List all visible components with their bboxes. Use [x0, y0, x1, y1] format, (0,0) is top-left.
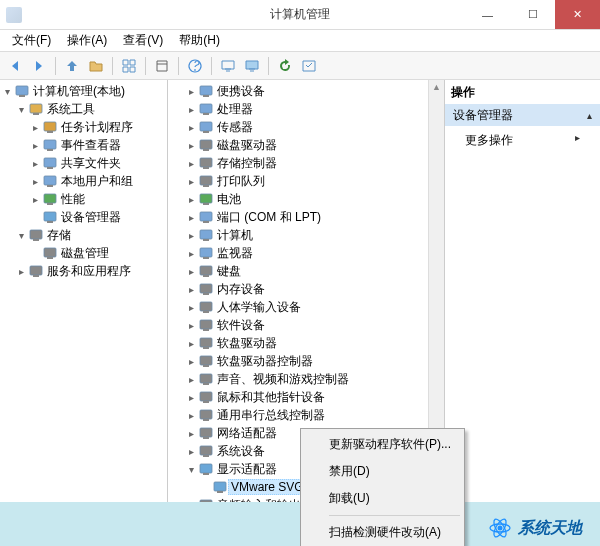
menu-action[interactable]: 操作(A) — [59, 30, 115, 51]
floppyctl-icon — [198, 353, 214, 369]
device-category[interactable]: ▸电池 — [186, 190, 444, 208]
tree-group-label: 存储 — [47, 227, 71, 244]
svg-rect-33 — [203, 185, 209, 187]
svg-rect-26 — [200, 122, 212, 131]
properties-button[interactable] — [151, 55, 173, 77]
svg-rect-5 — [47, 131, 53, 133]
tree-item[interactable]: ▸共享文件夹 — [30, 154, 167, 172]
tree-item-label: 事件查看器 — [61, 137, 121, 154]
svg-rect-36 — [200, 212, 212, 221]
device-category[interactable]: ▸人体学输入设备 — [186, 298, 444, 316]
maximize-button[interactable]: ☐ — [510, 0, 555, 29]
context-menu-item[interactable]: 卸载(U) — [303, 485, 462, 512]
device-category[interactable]: ▸键盘 — [186, 262, 444, 280]
device-category[interactable]: ▸传感器 — [186, 118, 444, 136]
minimize-button[interactable]: — — [465, 0, 510, 29]
device-category[interactable]: ▸内存设备 — [186, 280, 444, 298]
menu-help[interactable]: 帮助(H) — [171, 30, 228, 51]
view-devices-button[interactable] — [241, 55, 263, 77]
show-hide-tree-button[interactable] — [85, 55, 107, 77]
tree-item[interactable]: ▸事件查看器 — [30, 136, 167, 154]
tree-group[interactable]: ▾存储 — [16, 226, 167, 244]
svg-rect-64 — [200, 464, 212, 473]
svg-rect-6 — [44, 140, 56, 149]
device-category[interactable]: ▸计算机 — [186, 226, 444, 244]
device-category-label: 打印队列 — [217, 173, 265, 190]
share-icon — [42, 155, 58, 171]
svg-rect-35 — [203, 203, 209, 205]
context-menu-item[interactable]: 禁用(D) — [303, 458, 462, 485]
device-category[interactable]: ▸软盘驱动器控制器 — [186, 352, 444, 370]
forward-button[interactable] — [28, 55, 50, 77]
tree-item-label: 本地用户和组 — [61, 173, 133, 190]
svg-rect-0 — [16, 86, 28, 95]
tree-root[interactable]: ▾计算机管理(本地) — [2, 82, 167, 100]
device-category[interactable]: ▸磁盘驱动器 — [186, 136, 444, 154]
network-icon — [198, 425, 214, 441]
menu-view[interactable]: 查看(V) — [115, 30, 171, 51]
svg-rect-31 — [203, 167, 209, 169]
actions-pane-context[interactable]: 设备管理器 — [445, 104, 600, 126]
tree-item-label: 性能 — [61, 191, 85, 208]
tree-group[interactable]: ▾系统工具 — [16, 100, 167, 118]
close-button[interactable]: ✕ — [555, 0, 600, 29]
svg-rect-49 — [203, 329, 209, 331]
svg-rect-41 — [203, 257, 209, 259]
tree-item[interactable]: ▸任务计划程序 — [30, 118, 167, 136]
svg-rect-14 — [44, 212, 56, 221]
device-category[interactable]: ▸打印队列 — [186, 172, 444, 190]
actions-more-label: 更多操作 — [465, 133, 513, 147]
tree-item[interactable]: ▸本地用户和组 — [30, 172, 167, 190]
device-category-label: 通用串行总线控制器 — [217, 407, 325, 424]
device-category[interactable]: ▸监视器 — [186, 244, 444, 262]
computer-icon — [198, 227, 214, 243]
toolbar-separator — [211, 57, 212, 75]
tree-group[interactable]: ▸服务和应用程序 — [16, 262, 167, 280]
context-menu-item[interactable]: 更新驱动程序软件(P)... — [303, 431, 462, 458]
device-category-label: 显示适配器 — [217, 461, 277, 478]
event-icon — [42, 137, 58, 153]
up-button[interactable] — [61, 55, 83, 77]
device-category-label: 计算机 — [217, 227, 253, 244]
device-category[interactable]: ▸处理器 — [186, 100, 444, 118]
tree-group-label: 系统工具 — [47, 101, 95, 118]
device-category[interactable]: ▸软件设备 — [186, 316, 444, 334]
device-category[interactable]: ▸便携设备 — [186, 82, 444, 100]
device-category[interactable]: ▸端口 (COM 和 LPT) — [186, 208, 444, 226]
svg-rect-21 — [33, 275, 39, 277]
actions-more[interactable]: 更多操作 — [445, 126, 600, 155]
device-category[interactable]: ▸鼠标和其他指针设备 — [186, 388, 444, 406]
tree-item[interactable]: ·磁盘管理 — [30, 244, 167, 262]
svg-rect-39 — [203, 239, 209, 241]
scan-hardware-button[interactable] — [298, 55, 320, 77]
device-category-label: 电池 — [217, 191, 241, 208]
help-button[interactable] — [184, 55, 206, 77]
svg-rect-13 — [47, 203, 53, 205]
svg-rect-45 — [203, 293, 209, 295]
device-category[interactable]: ▸声音、视频和游戏控制器 — [186, 370, 444, 388]
actions-pane: 操作 设备管理器 更多操作 — [445, 80, 600, 545]
view-monitor-button[interactable] — [217, 55, 239, 77]
back-button[interactable] — [4, 55, 26, 77]
svg-rect-63 — [203, 455, 209, 457]
device-category[interactable]: ▸通用串行总线控制器 — [186, 406, 444, 424]
toolbar-separator — [178, 57, 179, 75]
refresh-button[interactable] — [274, 55, 296, 77]
display-icon — [212, 479, 228, 495]
svg-rect-17 — [33, 239, 39, 241]
menu-file[interactable]: 文件(F) — [4, 30, 59, 51]
svg-rect-22 — [200, 86, 212, 95]
tree-item[interactable]: ·设备管理器 — [30, 208, 167, 226]
storagectl-icon — [198, 155, 214, 171]
context-menu-item[interactable]: 扫描检测硬件改动(A) — [303, 519, 462, 546]
device-category-label: 端口 (COM 和 LPT) — [217, 209, 321, 226]
svg-point-70 — [498, 526, 503, 531]
device-category[interactable]: ▸软盘驱动器 — [186, 334, 444, 352]
device-category-label: 声音、视频和游戏控制器 — [217, 371, 349, 388]
device-category[interactable]: ▸存储控制器 — [186, 154, 444, 172]
tree-item[interactable]: ▸性能 — [30, 190, 167, 208]
grid-button[interactable] — [118, 55, 140, 77]
svg-rect-54 — [200, 374, 212, 383]
svg-rect-20 — [30, 266, 42, 275]
cpu-icon — [198, 101, 214, 117]
